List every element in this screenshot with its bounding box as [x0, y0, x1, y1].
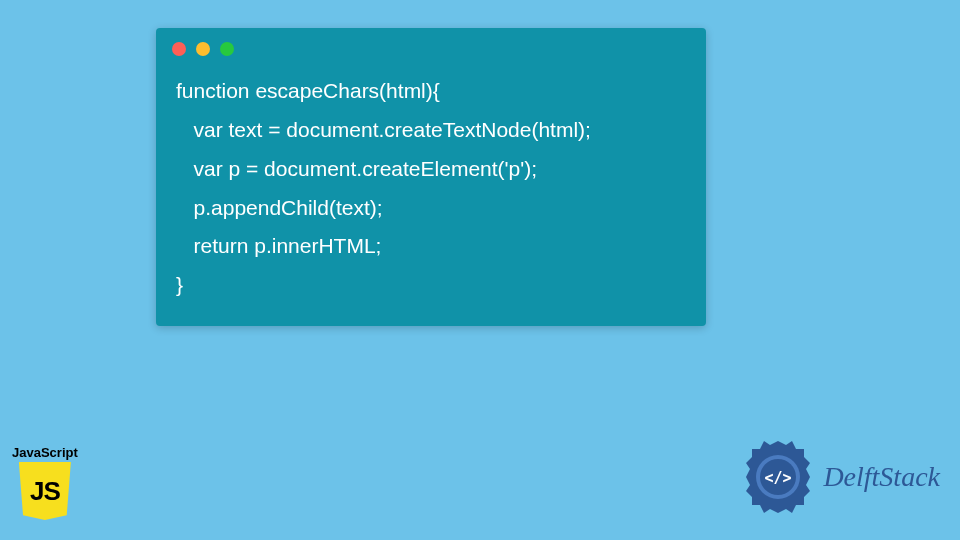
- javascript-logo-icon: JS: [19, 462, 71, 520]
- code-line: function escapeChars(html){: [176, 79, 440, 102]
- code-line: var text = document.createTextNode(html)…: [176, 118, 591, 141]
- maximize-dot-icon: [220, 42, 234, 56]
- code-line: p.appendChild(text);: [176, 196, 383, 219]
- javascript-label: JavaScript: [12, 445, 78, 460]
- svg-text:</>: </>: [765, 469, 792, 487]
- code-line: }: [176, 273, 183, 296]
- delftstack-brand-name: DelftStack: [823, 461, 940, 493]
- window-controls: [156, 28, 706, 64]
- delftstack-logo-icon: </>: [739, 438, 817, 516]
- code-content: function escapeChars(html){ var text = d…: [156, 64, 706, 325]
- javascript-logo-text: JS: [30, 476, 60, 507]
- javascript-badge: JavaScript JS: [12, 445, 78, 520]
- close-dot-icon: [172, 42, 186, 56]
- delftstack-brand: </> DelftStack: [739, 438, 940, 516]
- code-line: var p = document.createElement('p');: [176, 157, 537, 180]
- minimize-dot-icon: [196, 42, 210, 56]
- code-window: function escapeChars(html){ var text = d…: [156, 28, 706, 326]
- code-line: return p.innerHTML;: [176, 234, 381, 257]
